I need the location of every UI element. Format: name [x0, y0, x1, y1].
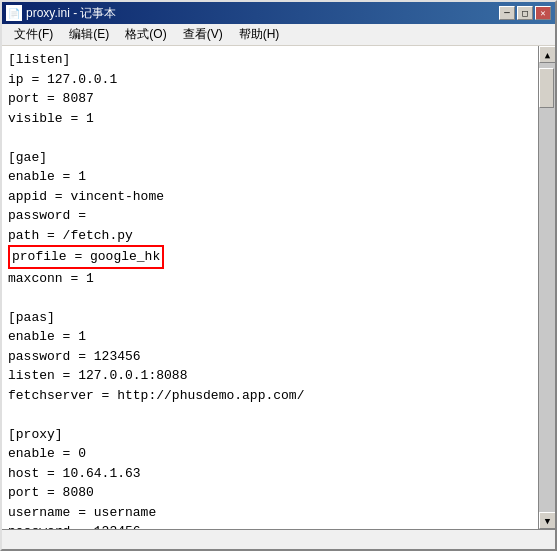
line-10: path = /fetch.py — [8, 226, 532, 246]
menu-file[interactable]: 文件(F) — [6, 24, 61, 45]
line-17: listen = 127.0.0.1:8088 — [8, 366, 532, 386]
line-9: password = — [8, 206, 532, 226]
close-button[interactable]: ✕ — [535, 6, 551, 20]
line-8: appid = vincent-home — [8, 187, 532, 207]
line-23: port = 8080 — [8, 483, 532, 503]
line-7: enable = 1 — [8, 167, 532, 187]
line-18: fetchserver = http://phusdemo.app.com/ — [8, 386, 532, 406]
line-3: port = 8087 — [8, 89, 532, 109]
main-window: 📄 proxy.ini - 记事本 ─ □ ✕ 文件(F) 编辑(E) 格式(O… — [0, 0, 557, 551]
menu-view[interactable]: 查看(V) — [175, 24, 231, 45]
menu-edit[interactable]: 编辑(E) — [61, 24, 117, 45]
line-22: host = 10.64.1.63 — [8, 464, 532, 484]
title-bar-left: 📄 proxy.ini - 记事本 — [6, 5, 116, 22]
menu-help[interactable]: 帮助(H) — [231, 24, 288, 45]
minimize-button[interactable]: ─ — [499, 6, 515, 20]
line-24: username = username — [8, 503, 532, 523]
title-bar: 📄 proxy.ini - 记事本 ─ □ ✕ — [2, 2, 555, 24]
line-4: visible = 1 — [8, 109, 532, 129]
menu-bar: 文件(F) 编辑(E) 格式(O) 查看(V) 帮助(H) — [2, 24, 555, 46]
highlight-profile: profile = google_hk — [8, 245, 164, 269]
line-25: password = 123456 — [8, 522, 532, 529]
content-area: [listen] ip = 127.0.0.1 port = 8087 visi… — [2, 46, 555, 529]
text-editor[interactable]: [listen] ip = 127.0.0.1 port = 8087 visi… — [2, 46, 538, 529]
app-icon: 📄 — [6, 5, 22, 21]
line-11: profile = google_hk — [8, 245, 532, 269]
line-2: ip = 127.0.0.1 — [8, 70, 532, 90]
scroll-up-button[interactable]: ▲ — [539, 46, 555, 63]
line-1: [listen] — [8, 50, 532, 70]
line-13 — [8, 288, 532, 308]
line-5 — [8, 128, 532, 148]
maximize-button[interactable]: □ — [517, 6, 533, 20]
scrollbar-track[interactable] — [539, 63, 555, 512]
line-6: [gae] — [8, 148, 532, 168]
line-14: [paas] — [8, 308, 532, 328]
title-buttons: ─ □ ✕ — [499, 6, 551, 20]
line-12: maxconn = 1 — [8, 269, 532, 289]
scrollbar-thumb[interactable] — [539, 68, 554, 108]
window-title: proxy.ini - 记事本 — [26, 5, 116, 22]
line-19 — [8, 405, 532, 425]
line-20: [proxy] — [8, 425, 532, 445]
scroll-down-button[interactable]: ▼ — [539, 512, 555, 529]
menu-format[interactable]: 格式(O) — [117, 24, 174, 45]
line-16: password = 123456 — [8, 347, 532, 367]
line-15: enable = 1 — [8, 327, 532, 347]
status-bar — [2, 529, 555, 549]
line-21: enable = 0 — [8, 444, 532, 464]
scrollbar: ▲ ▼ — [538, 46, 555, 529]
